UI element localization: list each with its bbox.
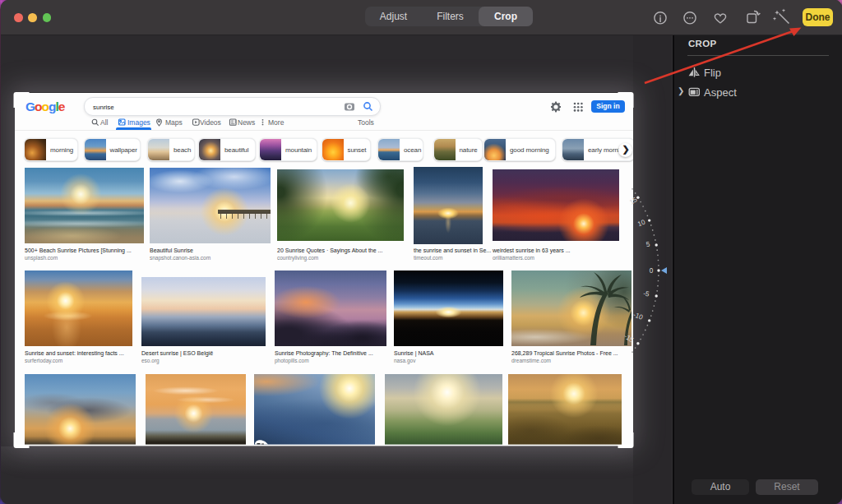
svg-text:-15: -15 bbox=[622, 333, 635, 344]
svg-text:0: 0 bbox=[650, 267, 654, 275]
svg-text:-5: -5 bbox=[643, 289, 650, 298]
svg-text:5: 5 bbox=[645, 241, 650, 249]
svg-text:-10: -10 bbox=[632, 311, 645, 321]
svg-text:10: 10 bbox=[636, 218, 646, 228]
